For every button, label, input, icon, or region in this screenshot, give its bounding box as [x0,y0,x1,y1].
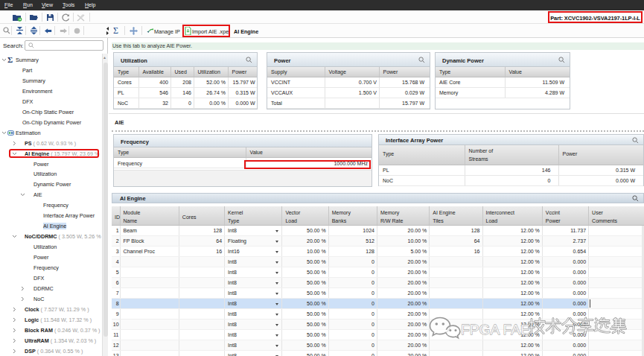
svg-text:FPGA FAE: FPGA FAE [461,322,530,337]
